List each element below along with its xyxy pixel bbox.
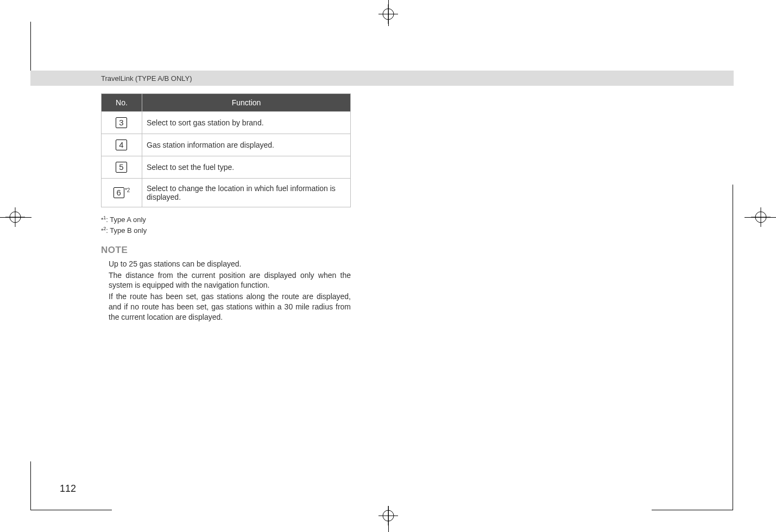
- row-number-cell: 5: [102, 156, 142, 179]
- section-header-bar: TravelLink (TYPE A/B ONLY): [30, 71, 734, 86]
- footnotes: *1: Type A only *2: Type B only: [101, 215, 351, 235]
- note-line: Up to 25 gas stations can be displayed.: [109, 259, 351, 269]
- row-function-text: Select to change the location in which f…: [142, 179, 351, 207]
- crop-line: [388, 506, 389, 532]
- footnote-2: *2: Type B only: [101, 226, 351, 235]
- footnote-1: *1: Type A only: [101, 215, 351, 224]
- boxed-number-icon: 5: [116, 162, 127, 173]
- table-row: 5 Select to set the fuel type.: [102, 156, 351, 179]
- function-table: No. Function 3 Select to sort gas statio…: [101, 93, 351, 207]
- note-heading: NOTE: [101, 245, 351, 256]
- footnote-text: : Type A only: [106, 216, 146, 224]
- table-row: 6*2 Select to change the location in whi…: [102, 179, 351, 207]
- page-number: 112: [60, 483, 76, 495]
- note-line: The distance from the current position a…: [109, 270, 351, 291]
- row-number-cell: 6*2: [102, 179, 142, 207]
- row-function-text: Select to set the fuel type.: [142, 156, 351, 179]
- row-superscript: *2: [125, 187, 130, 193]
- section-header-text: TravelLink (TYPE A/B ONLY): [30, 74, 192, 83]
- row-function-text: Select to sort gas station by brand.: [142, 112, 351, 134]
- footnote-text: : Type B only: [106, 227, 147, 235]
- row-function-text: Gas station information are displayed.: [142, 134, 351, 156]
- row-number-cell: 3: [102, 112, 142, 134]
- boxed-number-icon: 6: [113, 187, 124, 198]
- boxed-number-icon: 4: [116, 140, 127, 150]
- crop-line: [388, 0, 389, 26]
- row-number-cell: 4: [102, 134, 142, 156]
- page-content: No. Function 3 Select to sort gas statio…: [101, 93, 351, 324]
- crop-line: [733, 185, 733, 510]
- note-line: If the route has been set, gas stations …: [109, 292, 351, 322]
- corner-mark: [684, 461, 733, 510]
- table-header-function: Function: [142, 94, 351, 112]
- note-body: Up to 25 gas stations can be displayed. …: [101, 259, 351, 322]
- corner-mark: [30, 22, 79, 71]
- crop-line: [745, 217, 776, 218]
- crop-line: [0, 217, 31, 218]
- boxed-number-icon: 3: [116, 117, 127, 128]
- table-header-no: No.: [102, 94, 142, 112]
- table-row: 4 Gas station information are displayed.: [102, 134, 351, 156]
- table-row: 3 Select to sort gas station by brand.: [102, 112, 351, 134]
